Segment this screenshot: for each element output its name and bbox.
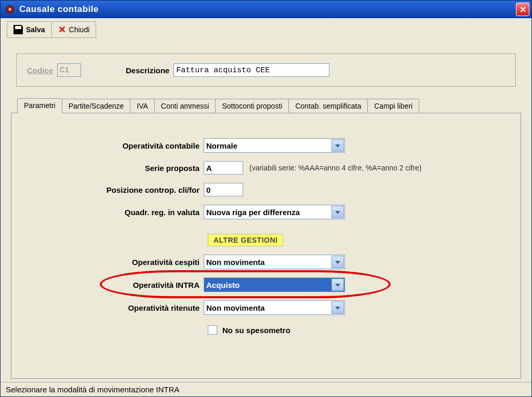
svg-rect-2 bbox=[9, 5, 10, 6]
statusbar: Selezionare la modalità di movimentazion… bbox=[1, 382, 531, 396]
codice-input bbox=[57, 63, 81, 77]
operativita-cespiti-label: Operatività cespiti bbox=[32, 258, 204, 267]
no-spesometro-label: No su spesometro bbox=[222, 326, 290, 335]
row-serie-proposta: Serie proposta (variabili serie: %AAA=an… bbox=[32, 161, 500, 175]
save-button[interactable]: Salva bbox=[7, 21, 52, 38]
window: Causale contabile ✕ Salva ✕ Chiudi Codic… bbox=[0, 0, 532, 397]
row-operativita-contabile: Operatività contabile Normale bbox=[32, 138, 500, 153]
tab-partite-scadenze[interactable]: Partite/Scadenze bbox=[62, 99, 131, 113]
close-button-label: Chiudi bbox=[69, 25, 90, 34]
close-icon: ✕ bbox=[520, 5, 526, 15]
svg-rect-3 bbox=[9, 13, 10, 15]
quadr-reg-valuta-select[interactable]: Nuova riga per differenza bbox=[204, 205, 345, 219]
operativita-intra-select[interactable]: Acquisto bbox=[204, 277, 345, 292]
tab-panel-parametri: Operatività contabile Normale Serie prop… bbox=[11, 113, 521, 379]
toolbar: Salva ✕ Chiudi bbox=[1, 18, 531, 38]
descrizione-input[interactable] bbox=[174, 63, 329, 77]
row-posizione-controp: Posizione controp. cli/for bbox=[32, 183, 500, 196]
row-no-spesometro: No su spesometro bbox=[208, 325, 500, 335]
serie-hint: (variabili serie: %AAA=anno 4 cifre, %A=… bbox=[249, 164, 422, 172]
svg-rect-5 bbox=[14, 9, 15, 10]
content-area: Codice Descrizione Parametri Partite/Sca… bbox=[1, 38, 531, 382]
altre-gestioni-badge: ALTRE GESTIONI bbox=[208, 234, 283, 246]
tab-sottoconti-proposti[interactable]: Sottoconti proposti bbox=[215, 99, 289, 113]
svg-rect-4 bbox=[5, 9, 7, 10]
window-close-button[interactable]: ✕ bbox=[516, 3, 529, 16]
tab-parametri[interactable]: Parametri bbox=[17, 98, 62, 113]
tab-conti-ammessi[interactable]: Conti ammessi bbox=[154, 99, 216, 113]
row-operativita-intra: Operatività INTRA Acquisto bbox=[32, 277, 500, 292]
operativita-cespiti-select[interactable]: Non movimenta bbox=[204, 255, 345, 269]
operativita-intra-label: Operatività INTRA bbox=[32, 281, 204, 289]
quadr-reg-valuta-label: Quadr. reg. in valuta bbox=[32, 208, 204, 217]
no-spesometro-checkbox[interactable] bbox=[208, 325, 217, 335]
floppy-icon bbox=[14, 25, 23, 34]
app-gear-icon bbox=[5, 4, 15, 15]
operativita-contabile-select[interactable]: Normale bbox=[204, 138, 345, 153]
tab-campi-liberi[interactable]: Campi liberi bbox=[367, 99, 419, 113]
window-title: Causale contabile bbox=[19, 4, 516, 15]
tab-iva[interactable]: IVA bbox=[130, 99, 155, 113]
operativita-ritenute-label: Operatività ritenute bbox=[32, 303, 204, 312]
operativita-contabile-label: Operatività contabile bbox=[32, 141, 204, 150]
row-operativita-cespiti: Operatività cespiti Non movimenta bbox=[32, 255, 500, 269]
posizione-controp-label: Posizione controp. cli/for bbox=[32, 186, 204, 194]
serie-proposta-input[interactable] bbox=[204, 161, 243, 175]
descrizione-label: Descrizione bbox=[126, 66, 169, 75]
statusbar-text: Selezionare la modalità di movimentazion… bbox=[6, 385, 179, 394]
x-icon: ✕ bbox=[58, 25, 66, 34]
save-button-label: Salva bbox=[26, 25, 45, 34]
close-button[interactable]: ✕ Chiudi bbox=[51, 21, 97, 38]
tab-contab-semplificata[interactable]: Contab. semplificata bbox=[288, 99, 368, 113]
svg-point-1 bbox=[9, 8, 11, 11]
row-quadr-reg-valuta: Quadr. reg. in valuta Nuova riga per dif… bbox=[32, 205, 500, 219]
titlebar: Causale contabile ✕ bbox=[1, 1, 531, 18]
codice-label: Codice bbox=[27, 66, 53, 75]
row-operativita-ritenute: Operatività ritenute Non movimenta bbox=[32, 300, 500, 315]
operativita-ritenute-select[interactable]: Non movimenta bbox=[204, 300, 345, 315]
header-group: Codice Descrizione bbox=[16, 54, 516, 87]
posizione-controp-input[interactable] bbox=[204, 183, 243, 196]
serie-proposta-label: Serie proposta bbox=[32, 164, 204, 173]
tabstrip: Parametri Partite/Scadenze IVA Conti amm… bbox=[11, 98, 521, 113]
